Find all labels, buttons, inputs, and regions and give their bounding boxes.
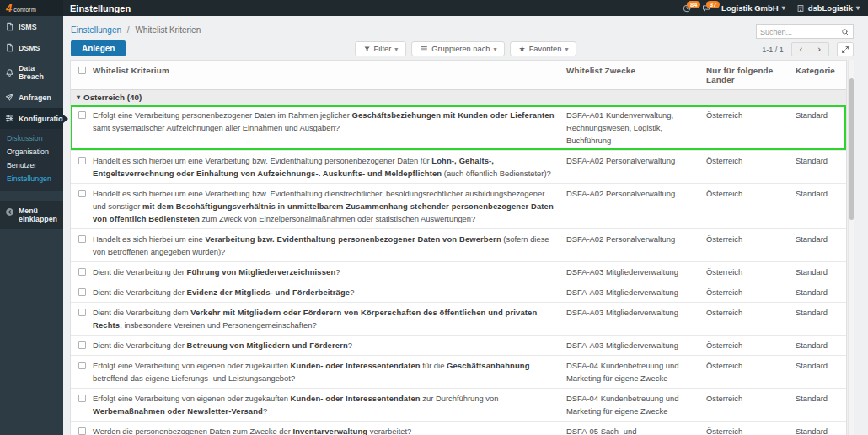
- row-checkbox[interactable]: [78, 268, 86, 276]
- sidebar-item-label: ISMS: [19, 23, 37, 31]
- cell-country: Österreich: [706, 229, 796, 261]
- notifications-button[interactable]: 84: [683, 4, 691, 13]
- cell-purpose: DSFA-A03 Mitgliederverwaltung: [566, 336, 706, 355]
- row-checkbox[interactable]: [78, 157, 86, 164]
- cell-purpose: DSFA-A03 Mitgliederverwaltung: [566, 303, 706, 335]
- cell-criterion: Erfolgt eine Verarbeitung von eigenen od…: [93, 389, 566, 421]
- sidebar-item-anfragen[interactable]: Anfragen: [0, 87, 63, 108]
- group-row-oesterreich[interactable]: ▾ Österreich (40): [71, 90, 846, 105]
- select-all-checkbox[interactable]: [78, 67, 86, 74]
- table-row[interactable]: Dient die Verarbeitung der Führung von M…: [71, 262, 846, 282]
- table-row[interactable]: Dient die Verarbeitung der Betreuung von…: [71, 336, 846, 356]
- row-checkbox-cell: [71, 262, 93, 282]
- menu-collapse-button[interactable]: Menü einklappen: [0, 201, 63, 229]
- row-checkbox[interactable]: [78, 395, 86, 402]
- header-checkbox-cell: [71, 61, 93, 89]
- row-checkbox-cell: [71, 336, 93, 355]
- row-checkbox[interactable]: [78, 288, 86, 296]
- cell-category: Standard: [796, 151, 846, 183]
- favorites-label: Favoriten: [529, 45, 562, 53]
- app-logo[interactable]: 4 conform: [0, 0, 63, 16]
- sidebar-subitem-benutzer[interactable]: Benutzer: [0, 158, 63, 172]
- sidebar-item-data-breach[interactable]: Data Breach: [0, 58, 63, 87]
- column-header-purpose[interactable]: Whitelist Zwecke: [566, 61, 706, 89]
- table-row[interactable]: Dient die Verarbeitung der Evidenz der M…: [71, 282, 846, 303]
- sidebar-item-konfiguration[interactable]: Konfiguration: [0, 108, 63, 129]
- group-by-label: Gruppieren nach: [431, 45, 490, 53]
- cell-category: Standard: [796, 282, 846, 302]
- table-row[interactable]: Erfolgt eine Verarbeitung von eigenen od…: [71, 356, 846, 389]
- cell-criterion: Dient die Verarbeitung der Führung von M…: [93, 262, 566, 282]
- expand-button[interactable]: [837, 42, 854, 56]
- create-button[interactable]: Anlegen: [71, 40, 126, 56]
- cell-purpose: DSFA-04 Kundenbetreuung und Marketing fü…: [566, 389, 706, 421]
- cell-criterion: Dient die Verarbeitung dem Verkehr mit M…: [93, 303, 566, 335]
- cell-purpose: DSFA-A03 Mitgliederverwaltung: [566, 282, 706, 302]
- table-header: Whitelist Kriterium Whitelist Zwecke Nur…: [71, 61, 846, 90]
- column-header-criterion[interactable]: Whitelist Kriterium: [93, 61, 566, 89]
- breadcrumb-separator: /: [127, 25, 130, 35]
- breadcrumb-current: Whitelist Kriterien: [135, 25, 201, 35]
- pager-next-button[interactable]: ›: [810, 43, 828, 56]
- funnel-icon: [363, 46, 371, 53]
- cell-purpose: DSFA-04 Kundenbetreuung und Marketing fü…: [566, 356, 706, 388]
- sidebar-item-isms[interactable]: ISMS: [0, 16, 63, 37]
- row-checkbox[interactable]: [78, 362, 86, 369]
- table-row[interactable]: Erfolgt eine Verarbeitung personenbezoge…: [71, 105, 846, 151]
- table-scrollbar[interactable]: [848, 60, 854, 435]
- table-row[interactable]: Handelt es sich hierbei um eine Verarbei…: [71, 184, 846, 229]
- scrollbar-thumb[interactable]: [849, 78, 854, 220]
- row-checkbox[interactable]: [78, 190, 86, 197]
- row-checkbox[interactable]: [78, 427, 86, 435]
- cell-criterion: Handelt es sich hierbei um eine Verarbei…: [93, 229, 566, 261]
- sidebar-subitem-einstellungen[interactable]: Einstellungen: [0, 172, 63, 185]
- cell-category: Standard: [796, 356, 846, 388]
- page-title: Einstellungen: [70, 3, 131, 13]
- cell-category: Standard: [796, 422, 846, 435]
- sidebar-subitem-diskussion[interactable]: Diskussion: [0, 132, 63, 145]
- group-by-button[interactable]: Gruppieren nach ▾: [411, 41, 505, 56]
- user-dropdown[interactable]: dsbLogistik ▾: [796, 3, 860, 13]
- sidebar-item-dsms[interactable]: DSMS: [0, 37, 63, 58]
- table-row[interactable]: Handelt es sich hierbei um eine Verarbei…: [71, 151, 846, 184]
- row-checkbox-cell: [71, 303, 93, 335]
- row-checkbox[interactable]: [78, 309, 86, 316]
- cell-category: Standard: [796, 184, 846, 228]
- column-header-category[interactable]: Kategorie: [796, 61, 846, 89]
- row-checkbox[interactable]: [78, 341, 86, 349]
- pager-previous-button[interactable]: ‹: [792, 43, 811, 56]
- topbar: 4 conform Einstellungen 84 37 Logistik G…: [0, 0, 868, 16]
- document-icon: [5, 43, 14, 52]
- pager: 1-1 / 1 ‹ ›: [762, 42, 854, 56]
- row-checkbox[interactable]: [78, 111, 86, 119]
- table-row[interactable]: Handelt es sich hierbei um eine Verarbei…: [71, 229, 846, 262]
- row-checkbox-cell: [71, 389, 93, 421]
- column-header-countries[interactable]: Nur für folgende Länder _: [706, 61, 796, 89]
- table-row[interactable]: Werden die personenbezogenen Daten zum Z…: [71, 422, 846, 435]
- table-row[interactable]: Erfolgt eine Verarbeitung von eigenen od…: [71, 389, 846, 422]
- cell-category: Standard: [796, 262, 846, 282]
- sidebar: ISMSDSMSData BreachAnfragenKonfiguration…: [0, 16, 63, 435]
- content: Einstellungen / Whitelist Kriterien Anle…: [63, 16, 868, 435]
- cell-country: Österreich: [706, 282, 796, 302]
- collapse-arrow-icon: [5, 207, 14, 217]
- row-checkbox[interactable]: [78, 235, 86, 243]
- sidebar-subitem-organisation[interactable]: Organisation: [0, 145, 63, 158]
- favorites-button[interactable]: ★ Favoriten ▾: [511, 41, 577, 56]
- cell-criterion: Werden die personenbezogenen Daten zum Z…: [93, 422, 566, 435]
- company-dropdown[interactable]: Logistik GmbH ▾: [721, 3, 785, 13]
- sidebar-item-label: Anfragen: [19, 94, 51, 102]
- cell-purpose: DSFA-A03 Mitgliederverwaltung: [566, 262, 706, 282]
- messages-button[interactable]: 37: [702, 4, 710, 13]
- table-body: Erfolgt eine Verarbeitung personenbezoge…: [71, 105, 846, 435]
- table-row[interactable]: Dient die Verarbeitung dem Verkehr mit M…: [71, 303, 846, 336]
- cell-criterion: Dient die Verarbeitung der Evidenz der M…: [93, 282, 566, 302]
- cell-country: Österreich: [706, 356, 796, 388]
- search-icon[interactable]: [841, 28, 849, 36]
- whitelist-table: Whitelist Kriterium Whitelist Zwecke Nur…: [70, 60, 847, 435]
- cell-country: Österreich: [706, 422, 796, 435]
- filter-button[interactable]: Filter ▾: [355, 41, 407, 56]
- search-input[interactable]: [760, 28, 841, 36]
- cell-criterion: Dient die Verarbeitung der Betreuung von…: [93, 336, 566, 355]
- breadcrumb-root-link[interactable]: Einstellungen: [71, 25, 121, 35]
